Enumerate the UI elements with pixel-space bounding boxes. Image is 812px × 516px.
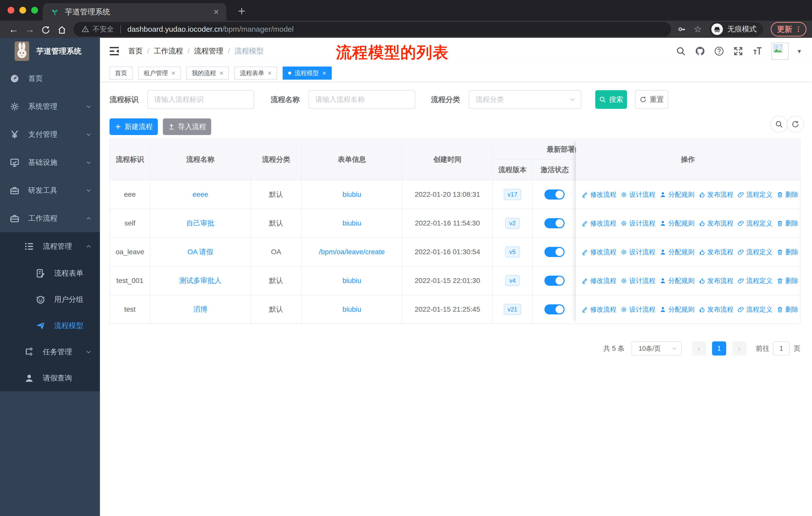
- cell-form-info-link[interactable]: biubiu: [343, 190, 361, 198]
- action-分配规则[interactable]: 分配规则: [660, 190, 694, 199]
- filter-key-input[interactable]: [147, 90, 254, 109]
- tag-close-icon[interactable]: ×: [267, 70, 271, 76]
- import-process-button[interactable]: 导入流程: [163, 118, 211, 135]
- sidebar-item-请假查询[interactable]: 请假查询: [0, 365, 100, 391]
- create-process-button[interactable]: 新建流程: [110, 118, 158, 135]
- avatar-caret-down-icon[interactable]: ▾: [798, 47, 801, 55]
- tag-流程表单[interactable]: 流程表单×: [234, 66, 277, 80]
- page-size-select[interactable]: 10条/页: [632, 342, 682, 355]
- action-删除[interactable]: 删除: [777, 305, 799, 314]
- status-toggle[interactable]: [545, 276, 564, 286]
- sidebar-item-支付管理[interactable]: 支付管理: [0, 120, 100, 148]
- forward-icon[interactable]: →: [22, 21, 38, 38]
- action-发布流程[interactable]: 发布流程: [698, 219, 733, 228]
- sidebar-item-任务管理[interactable]: 任务管理: [0, 339, 100, 365]
- action-流程定义[interactable]: 流程定义: [737, 219, 773, 228]
- action-发布流程[interactable]: 发布流程: [698, 190, 733, 199]
- action-删除[interactable]: 删除: [777, 276, 799, 285]
- action-删除[interactable]: 删除: [777, 190, 799, 199]
- search-button[interactable]: 搜索: [595, 90, 627, 109]
- action-设计流程[interactable]: 设计流程: [620, 276, 656, 285]
- page-button-1[interactable]: 1: [712, 342, 726, 355]
- cell-process-name-link[interactable]: 测试多审批人: [179, 276, 222, 286]
- action-发布流程[interactable]: 发布流程: [698, 305, 733, 314]
- fullscreen-icon[interactable]: [733, 46, 743, 56]
- sidebar-item-系统管理[interactable]: 系统管理: [0, 92, 100, 120]
- security-label[interactable]: 不安全: [93, 24, 114, 34]
- help-icon[interactable]: [714, 46, 724, 56]
- tag-close-icon[interactable]: ×: [171, 70, 175, 76]
- cell-process-name-link[interactable]: 滔博: [193, 305, 207, 314]
- action-分配规则[interactable]: 分配规则: [660, 305, 694, 314]
- breadcrumb-item-工作流程[interactable]: 工作流程: [154, 46, 183, 56]
- font-size-icon[interactable]: [752, 46, 762, 56]
- action-流程定义[interactable]: 流程定义: [737, 305, 773, 314]
- goto-page-input[interactable]: [773, 342, 790, 355]
- show-search-button[interactable]: [771, 116, 788, 133]
- reset-button[interactable]: 重置: [635, 90, 668, 109]
- collapse-sidebar-icon[interactable]: [108, 45, 120, 57]
- action-修改流程[interactable]: 修改流程: [581, 190, 616, 199]
- action-修改流程[interactable]: 修改流程: [581, 276, 616, 285]
- cell-form-info-link[interactable]: biubiu: [343, 277, 361, 285]
- action-设计流程[interactable]: 设计流程: [620, 305, 656, 314]
- reload-icon[interactable]: [38, 21, 54, 38]
- cell-form-info-link[interactable]: biubiu: [343, 219, 361, 227]
- user-avatar[interactable]: [772, 43, 789, 60]
- close-window-button[interactable]: [7, 7, 14, 13]
- action-分配规则[interactable]: 分配规则: [660, 276, 694, 285]
- new-tab-button[interactable]: +: [238, 3, 245, 19]
- browser-tab[interactable]: 芋道管理系统 ×: [43, 3, 227, 21]
- sidebar-item-流程表单[interactable]: 流程表单: [0, 260, 100, 287]
- cell-process-name-link[interactable]: OA 请假: [187, 247, 213, 257]
- github-icon[interactable]: [695, 46, 705, 56]
- action-设计流程[interactable]: 设计流程: [620, 219, 656, 228]
- update-browser-button[interactable]: 更新: [771, 22, 807, 36]
- password-key-icon[interactable]: [677, 25, 686, 33]
- status-toggle[interactable]: [545, 189, 564, 199]
- sidebar-item-首页[interactable]: 首页: [0, 64, 100, 92]
- action-发布流程[interactable]: 发布流程: [698, 248, 733, 256]
- tag-租户管理[interactable]: 租户管理×: [138, 66, 181, 80]
- tab-close-icon[interactable]: ×: [213, 7, 219, 17]
- action-删除[interactable]: 删除: [777, 248, 799, 256]
- search-icon[interactable]: [676, 46, 686, 56]
- breadcrumb-item-流程管理[interactable]: 流程管理: [194, 46, 223, 56]
- sidebar-item-流程模型[interactable]: 流程模型: [0, 313, 100, 339]
- action-分配规则[interactable]: 分配规则: [660, 248, 694, 256]
- kebab-menu-icon[interactable]: [794, 25, 802, 33]
- sidebar-item-流程管理[interactable]: 流程管理: [0, 232, 100, 260]
- next-page-button[interactable]: ›: [732, 342, 746, 355]
- action-修改流程[interactable]: 修改流程: [581, 248, 616, 256]
- filter-category-select[interactable]: 流程分类: [469, 90, 581, 109]
- action-删除[interactable]: 删除: [777, 219, 799, 228]
- cell-process-name-link[interactable]: 自己审批: [186, 218, 214, 228]
- refresh-table-button[interactable]: [787, 116, 804, 133]
- bookmark-star-icon[interactable]: ☆: [694, 24, 702, 34]
- tag-流程模型[interactable]: 流程模型×: [283, 66, 332, 80]
- cell-form-info-link[interactable]: /bpm/oa/leave/create: [319, 248, 385, 256]
- action-设计流程[interactable]: 设计流程: [620, 190, 656, 199]
- tag-close-icon[interactable]: ×: [322, 70, 326, 76]
- action-修改流程[interactable]: 修改流程: [581, 219, 616, 228]
- tag-我的流程[interactable]: 我的流程×: [186, 66, 229, 80]
- cell-process-name-link[interactable]: eeee: [193, 190, 208, 198]
- prev-page-button[interactable]: ‹: [692, 342, 706, 355]
- action-流程定义[interactable]: 流程定义: [737, 276, 773, 285]
- home-icon[interactable]: [54, 21, 70, 38]
- maximize-window-button[interactable]: [31, 7, 38, 13]
- status-toggle[interactable]: [545, 247, 564, 257]
- minimize-window-button[interactable]: [19, 7, 26, 13]
- tag-close-icon[interactable]: ×: [220, 70, 223, 76]
- sidebar-item-研发工具[interactable]: 研发工具: [0, 176, 100, 204]
- status-toggle[interactable]: [545, 218, 564, 228]
- action-修改流程[interactable]: 修改流程: [581, 305, 616, 314]
- cell-form-info-link[interactable]: biubiu: [343, 305, 361, 314]
- sidebar-item-用户分组[interactable]: 用户分组: [0, 287, 100, 313]
- app-logo[interactable]: 芋道管理系统: [0, 38, 100, 64]
- sidebar-item-工作流程[interactable]: 工作流程: [0, 204, 100, 232]
- filter-name-input[interactable]: [308, 90, 415, 109]
- action-流程定义[interactable]: 流程定义: [737, 190, 773, 199]
- address-bar[interactable]: 不安全 dashboard.yudao.iocoder.cn/bpm/manag…: [74, 22, 671, 36]
- action-发布流程[interactable]: 发布流程: [698, 276, 733, 285]
